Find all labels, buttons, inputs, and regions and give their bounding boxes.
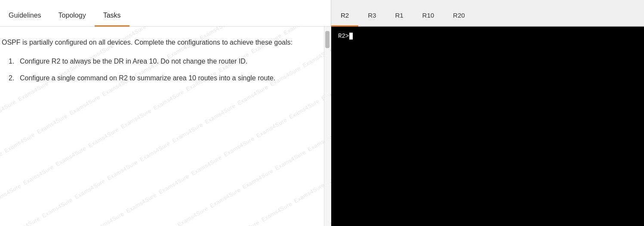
watermark-item: Exams4Sure [0,198,6,226]
watermark-item: Exams4Sure [0,180,38,226]
terminal-body[interactable]: R2> [331,27,644,226]
watermark-item: Exams4Sure [89,207,141,226]
watermark-item: Exams4Sure [0,95,33,147]
task-list: 1. Configure R2 to always be the DR in A… [9,56,322,84]
watermark-item: Exams4Sure [71,174,122,226]
watermark-item: Exams4Sure [117,104,169,156]
watermark-item: Exams4Sure [0,114,0,166]
task-item-2: 2. Configure a single command on R2 to s… [9,73,322,84]
terminal-prompt: R2> [338,33,353,40]
watermark-item: Exams4Sure [141,221,193,226]
watermark-item: Exams4Sure [187,151,239,202]
terminal-tab-r1[interactable]: R1 [385,6,413,26]
watermark-item: Exams4Sure [239,165,290,216]
watermark-item: Exams4Sure [103,156,155,208]
watermark-item: Exams4Sure [52,142,103,193]
watermark-item: Exams4Sure [38,193,90,226]
watermark-item: Exams4Sure [33,109,85,161]
prompt-text: R2> [338,33,349,40]
watermark-item: Exams4Sure [271,146,323,198]
watermark-item: Exams4Sure [155,170,206,221]
terminal-tab-r2[interactable]: R2 [331,6,358,26]
left-panel: // Generate watermark items const fragme… [0,0,331,226]
watermark-item: Exams4Sure [0,147,19,199]
terminal-cursor [349,33,353,40]
content-area: OSPF is partially configured on all devi… [0,27,331,98]
main-container: // Generate watermark items const fragme… [0,0,644,226]
task-text-1: Configure R2 to always be the DR in Area… [20,56,322,67]
watermark-item: Exams4Sure [206,183,258,226]
scrollbar[interactable] [324,27,330,226]
watermark-item: Exams4Sure [201,99,253,151]
task-num-1: 1. [9,56,20,67]
terminal-tabs-bar: R2 R3 R1 R10 R20 [331,0,644,27]
terminal-tab-r3[interactable]: R3 [358,6,385,26]
terminal-tab-r20[interactable]: R20 [444,6,475,26]
watermark-item: Exams4Sure [84,123,136,175]
watermark-item: Exams4Sure [220,132,271,183]
watermark-item: Exams4Sure [0,128,52,180]
watermark-item: Exams4Sure [19,161,71,212]
left-tabs-bar: Guidelines Topology Tasks [0,0,331,27]
tab-tasks[interactable]: Tasks [95,6,129,26]
watermark-item: Exams4Sure [136,137,188,189]
watermark-item: Exams4Sure [253,113,304,165]
watermark-item: Exams4Sure [258,197,309,226]
tab-topology[interactable]: Topology [50,6,95,26]
tab-guidelines[interactable]: Guidelines [0,6,50,26]
intro-text: OSPF is partially configured on all devi… [2,37,322,48]
task-num-2: 2. [9,73,20,84]
task-text-2: Configure a single command on R2 to summ… [20,73,322,84]
watermark-item: Exams4Sure [173,202,225,226]
watermark-item: Exams4Sure [122,188,174,226]
terminal-tab-r10[interactable]: R10 [413,6,444,26]
task-item-1: 1. Configure R2 to always be the DR in A… [9,56,322,67]
watermark-item: Exams4Sure [168,118,220,170]
right-panel: R2 R3 R1 R10 R20 R2> [331,0,644,226]
watermark-item: Exams4Sure [6,212,57,226]
scroll-thumb [325,31,330,48]
watermark-item: Exams4Sure [225,216,277,226]
